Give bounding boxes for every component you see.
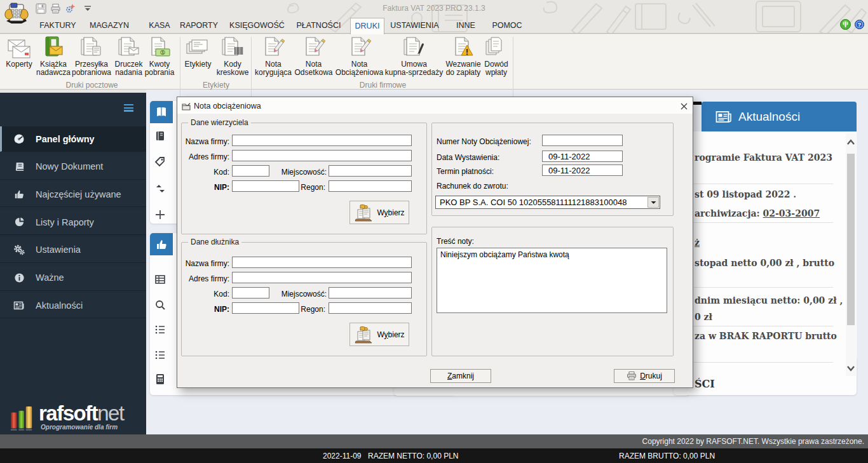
ribbon-button-kwoty-pobrania[interactable]: $ Kwotypobrania [142,36,177,77]
close-icon[interactable] [679,102,689,111]
sidebar-item-label: Listy i Raporty [36,217,94,227]
creditor-regon-label: Regon: [276,183,325,192]
settings-sparkle-icon[interactable] [65,3,76,14]
issue-date-input[interactable] [542,151,623,162]
sidebar-item-aktualnosci[interactable]: Aktualności [0,293,146,318]
ribbon-button-przesylka-pobraniowa[interactable]: Przesyłkapobraniowa [70,36,113,77]
creditor-select-button[interactable]: Wybierz [349,201,409,224]
debtor-zip-input[interactable] [232,287,269,299]
ribbon-button-nota-odsetkowa[interactable]: NotaOdsetkowa [294,36,334,77]
ribbon-button-koperty[interactable]: Koperty [3,36,36,69]
creditor-address-input[interactable] [232,150,412,161]
status-netto: RAZEM NETTO: 0,00 PLN [368,452,458,460]
debtor-city-input[interactable] [329,287,412,299]
ribbon-button-wezwanie-do-zaplaty[interactable]: Wezwaniedo zapłaty [444,36,482,77]
note-content-textarea[interactable] [437,248,667,313]
ribbon-button-druczek-nadania[interactable]: Druczeknadania [112,36,145,77]
sidebar-item-ustawienia[interactable]: Ustawienia [0,238,146,263]
creditor-name-input[interactable] [232,135,412,146]
tab-inne[interactable]: INNE [448,18,484,34]
news-item[interactable]: rogramie Faktura VAT 2023 [695,152,844,163]
scroll-up-icon[interactable] [847,138,855,146]
print-icon[interactable] [50,3,61,14]
help-icon[interactable]: ? [855,20,864,29]
print-button[interactable]: Drukuj [614,369,675,383]
news-item[interactable]: ż [695,238,844,248]
hamburger-menu-icon[interactable] [124,104,133,112]
ribbon-button-ksiazka-nadawcza[interactable]: Książkanadawcza [36,36,71,77]
creditor-regon-input[interactable] [329,180,412,192]
sort-icon[interactable] [154,183,166,194]
news-item[interactable]: stopad netto 0,00 zł , brutto [695,258,844,268]
tab-faktury[interactable]: FAKTURY [37,18,79,34]
ribbon-label: Notakorygująca [253,60,294,77]
plus-icon[interactable] [154,209,166,220]
sidebar-item-label: Aktualności [36,300,83,311]
save-icon[interactable] [36,3,46,14]
debtor-name-input[interactable] [232,257,412,268]
info-icon [13,272,25,283]
creditor-city-input[interactable] [329,165,412,177]
list-icon[interactable] [154,324,166,335]
due-date-input[interactable] [542,164,623,176]
tab-kasa[interactable]: KASA [140,18,179,34]
sidebar-item-label: Ważne [36,272,64,283]
tab-ustawienia[interactable]: USTAWIENIA [389,18,440,34]
tab-platnosci[interactable]: PŁATNOŚCI [293,18,344,34]
quick-access-caret-icon[interactable] [84,6,92,11]
sidebar-item-wazne[interactable]: Ważne [0,265,146,291]
tab-druki[interactable]: DRUKI [350,18,384,34]
debtor-select-button[interactable]: Wybierz [349,323,409,346]
news-item[interactable]: za w BRAK RAPORTU brutto [695,331,844,341]
news-panel-header: Aktualności [702,102,857,131]
ribbon-button-nota-korygujaca[interactable]: Notakorygująca [253,36,294,77]
news-item[interactable]: dnim miesiącu netto: 0,00 zł , [695,295,844,305]
notebook-icon[interactable] [154,130,166,142]
online-status-icon[interactable] [840,19,851,30]
ribbon-button-umowa-kupna-sprzedazy[interactable]: Umowakupna-sprzedaży [384,36,444,77]
list-icon[interactable] [154,349,166,361]
tag-icon[interactable] [154,156,166,168]
ribbon-button-etykiety[interactable]: Etykiety [182,36,214,69]
news-item[interactable]: archiwizacja: 02-03-2007 [695,208,844,218]
close-dialog-button[interactable]: Zamknij [430,369,491,383]
search-icon[interactable] [154,299,166,311]
debtor-nip-label: NIP: [184,305,229,314]
document-pen-icon [403,36,426,59]
table-list-icon[interactable] [154,274,166,285]
tab-ksiegowosc[interactable]: KSIĘGOWOŚĆ [226,18,288,34]
ribbon-button-nota-obciazeniowa[interactable]: NotaObciążeniowa [334,36,384,77]
ribbon-group-label-etykiety: Etykiety [184,81,248,90]
debtor-regon-input[interactable] [329,302,412,314]
news-scrollbar[interactable] [846,133,856,376]
ribbon-label: Kwotypobrania [142,60,177,77]
sidebar-item-najczesciej-uzywane[interactable]: Najczęściej używane [0,182,146,207]
sidebar-item-listy-i-raporty[interactable]: Listy i Raporty [0,210,146,235]
tab-magazyn[interactable]: MAGAZYN [84,18,135,34]
ribbon-label: Druczeknadania [112,60,145,77]
news-item[interactable]: 0 zł [695,312,844,322]
combobox-dropdown-button[interactable] [648,197,659,208]
logo-text: rafsoftnet [39,403,124,424]
chevron-down-icon [651,201,656,205]
tab-pomoc[interactable]: POMOC [487,18,527,34]
news-item[interactable]: st 09 listopad 2022 . [695,189,844,199]
ribbon-label: Książkanadawcza [36,60,71,77]
refund-account-combobox[interactable]: PKO BP S.A. COI 50 102055581111121883100… [435,196,660,209]
debtor-address-input[interactable] [232,272,412,283]
ribbon-button-dowod-wplaty[interactable]: Dowódwpłaty [482,36,510,77]
news-link[interactable]: 02-03-2007 [763,208,820,218]
tab-raporty[interactable]: RAPORTY [177,18,220,34]
calculator-icon[interactable] [154,373,166,385]
ribbon-button-kody-kreskowe[interactable]: Kodykreskowe [215,36,250,77]
news-link[interactable]: ż [695,238,700,248]
documents-receipt-icon [80,36,103,59]
sidebar-item-nowy-dokument[interactable]: Nowy Dokument [0,154,146,180]
note-number-input[interactable] [542,135,623,146]
svg-text:$: $ [161,50,164,55]
document-pencil-icon [262,36,285,59]
scroll-down-icon[interactable] [847,365,855,372]
sidebar-item-panel-glowny[interactable]: Panel główny [0,126,146,152]
scrollbar-thumb[interactable] [847,154,855,325]
creditor-zip-input[interactable] [232,165,269,177]
